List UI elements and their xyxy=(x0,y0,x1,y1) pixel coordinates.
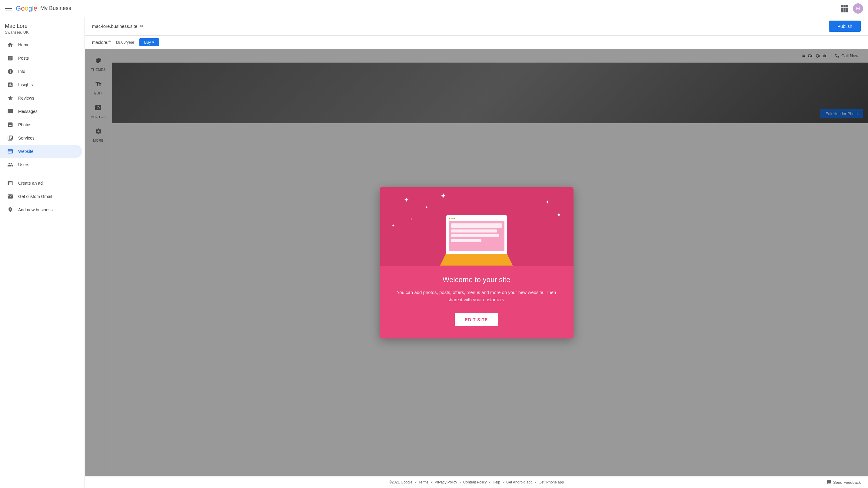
app-name: My Business xyxy=(40,5,71,11)
messages-icon xyxy=(7,108,13,115)
sidebar-item-photos[interactable]: Photos xyxy=(0,118,82,131)
sidebar-item-posts[interactable]: Posts xyxy=(0,52,82,65)
edit-site-button[interactable]: EDIT SITE xyxy=(455,313,498,326)
footer-link-content[interactable]: Content Policy xyxy=(463,480,487,484)
sparkle-icon-4: ✦ xyxy=(556,211,561,219)
laptop-screen xyxy=(446,215,507,254)
sidebar-label-posts: Posts xyxy=(18,56,29,61)
services-icon xyxy=(7,135,13,141)
sparkle-icon-3: ✦ xyxy=(545,199,549,205)
edit-url-icon[interactable]: ✏ xyxy=(140,23,144,29)
content-header: mac-lore.business.site ✏ Publish xyxy=(85,17,868,36)
modal-title: Welcome to your site xyxy=(394,275,559,284)
sidebar-label-users: Users xyxy=(18,162,29,167)
sidebar-label-services: Services xyxy=(18,136,35,140)
gmail-icon xyxy=(7,193,13,199)
add-business-icon xyxy=(7,207,13,213)
create-ad-icon xyxy=(7,180,13,186)
sidebar: Mac Lore Swansea, UK Home Posts xyxy=(0,17,85,488)
footer: ©2021 Google - Terms - Privacy Policy - … xyxy=(85,476,868,488)
footer-link-privacy[interactable]: Privacy Policy xyxy=(434,480,457,484)
user-location: Swansea, UK xyxy=(5,30,80,34)
laptop-illustration xyxy=(446,215,507,266)
sparkle-icon-1: ✦ xyxy=(404,196,409,203)
sidebar-label-insights: Insights xyxy=(18,82,33,87)
sparkle-icon-5: ✦ xyxy=(392,223,395,228)
send-feedback-button[interactable]: Send Feedback xyxy=(827,480,861,485)
avatar[interactable]: M xyxy=(853,3,863,13)
footer-sep-1: - xyxy=(415,480,416,484)
reviews-icon xyxy=(7,95,13,101)
footer-link-iphone[interactable]: Get iPhone app xyxy=(539,480,564,484)
domain-name: maclore.fr xyxy=(92,40,111,45)
sidebar-label-messages: Messages xyxy=(18,109,37,114)
sidebar-label-add-business: Add new business xyxy=(18,207,53,212)
dropdown-chevron-icon: ▾ xyxy=(152,40,154,44)
domain-price: £8.00/year xyxy=(116,40,134,44)
footer-link-terms[interactable]: Terms xyxy=(419,480,429,484)
sidebar-item-reviews[interactable]: Reviews xyxy=(0,91,82,105)
domain-bar: maclore.fr £8.00/year Buy ▾ xyxy=(85,36,868,49)
buy-button[interactable]: Buy ▾ xyxy=(140,38,159,46)
laptop-screen-inner xyxy=(449,221,504,251)
users-icon xyxy=(7,162,13,168)
footer-link-help[interactable]: Help xyxy=(493,480,500,484)
sidebar-item-messages[interactable]: Messages xyxy=(0,105,82,118)
user-section: Mac Lore Swansea, UK xyxy=(0,17,85,38)
url-display: mac-lore.business.site ✏ xyxy=(92,23,144,29)
sidebar-item-info[interactable]: Info xyxy=(0,65,82,78)
footer-link-android[interactable]: Get Android app xyxy=(506,480,533,484)
send-feedback-label: Send Feedback xyxy=(833,480,861,485)
sidebar-item-create-ad[interactable]: Create an ad xyxy=(0,176,82,190)
publish-button[interactable]: Publish xyxy=(829,21,861,32)
sidebar-item-add-business[interactable]: Add new business xyxy=(0,203,82,217)
preview-wrapper: THEMES EDIT PHOTOS xyxy=(85,49,868,476)
insights-icon xyxy=(7,82,13,88)
sidebar-label-custom-gmail: Get custom Gmail xyxy=(18,194,52,199)
sidebar-label-home: Home xyxy=(18,42,29,47)
sparkle-icon-2: ✦ xyxy=(440,192,446,200)
sidebar-label-website: Website xyxy=(18,149,33,154)
grid-apps-icon[interactable] xyxy=(841,5,848,12)
sidebar-item-custom-gmail[interactable]: Get custom Gmail xyxy=(0,190,82,203)
sidebar-item-users[interactable]: Users xyxy=(0,158,82,171)
sidebar-label-photos: Photos xyxy=(18,122,32,127)
modal-description: You can add photos, posts, offers, menus… xyxy=(394,289,559,303)
sidebar-label-info: Info xyxy=(18,69,25,74)
website-icon xyxy=(7,148,13,154)
content-area: mac-lore.business.site ✏ Publish maclore… xyxy=(85,17,868,488)
modal-content: Welcome to your site You can add photos,… xyxy=(380,266,574,338)
sparkle-icon-7: ✦ xyxy=(425,205,428,209)
modal-overlay: ✦ ✦ ✦ ✦ ✦ ✦ ✦ xyxy=(85,49,868,476)
home-icon xyxy=(7,42,13,48)
info-icon xyxy=(7,68,13,74)
sidebar-label-reviews: Reviews xyxy=(18,96,34,100)
sidebar-item-website[interactable]: Website xyxy=(0,145,82,158)
posts-icon xyxy=(7,55,13,61)
logo-area: Google My Business xyxy=(16,4,71,12)
top-bar: Google My Business M xyxy=(0,0,868,17)
sidebar-label-create-ad: Create an ad xyxy=(18,181,43,186)
photos-icon xyxy=(7,122,13,128)
modal-illustration: ✦ ✦ ✦ ✦ ✦ ✦ ✦ xyxy=(380,187,574,266)
sidebar-item-home[interactable]: Home xyxy=(0,38,82,52)
sidebar-item-insights[interactable]: Insights xyxy=(0,78,82,91)
site-url: mac-lore.business.site xyxy=(92,24,137,29)
laptop-base xyxy=(440,254,513,266)
welcome-modal: ✦ ✦ ✦ ✦ ✦ ✦ ✦ xyxy=(380,187,574,338)
google-logo: Google xyxy=(16,4,37,12)
hamburger-menu[interactable] xyxy=(5,5,12,12)
nav-divider xyxy=(0,174,85,174)
sparkle-icon-6: ✦ xyxy=(410,217,412,221)
footer-copyright: ©2021 Google xyxy=(389,480,413,484)
user-name: Mac Lore xyxy=(5,23,80,29)
top-bar-right: M xyxy=(841,3,863,13)
sidebar-item-services[interactable]: Services xyxy=(0,131,82,145)
